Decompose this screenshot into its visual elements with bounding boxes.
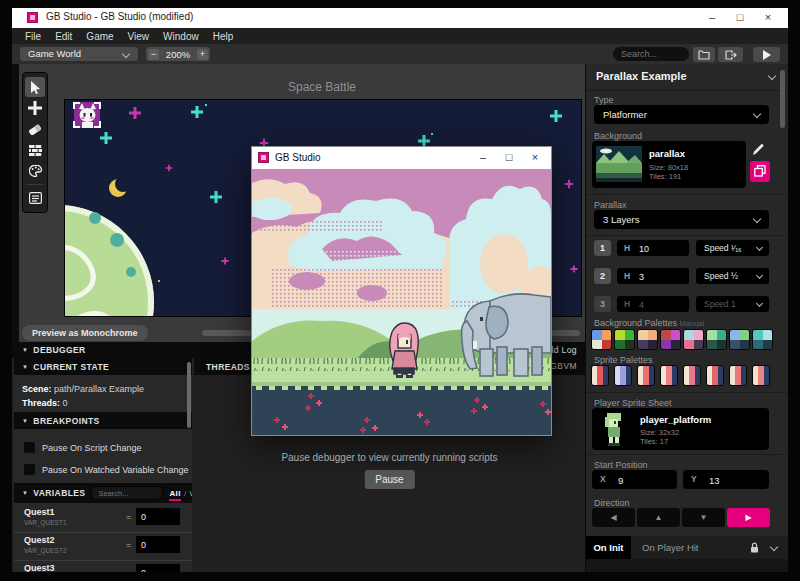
gbstudio-app-icon (27, 12, 38, 23)
scene-state: Scene: path/Parallax Example (22, 384, 144, 394)
layer-number-chip[interactable]: 2 (594, 268, 611, 284)
close-button[interactable]: × (523, 150, 547, 166)
scene-type-select[interactable]: Platformer (594, 105, 769, 124)
sprite-palette-swatch[interactable] (729, 365, 747, 386)
colorize-tool[interactable] (25, 161, 45, 181)
dialogue-review-tool[interactable] (25, 188, 45, 208)
layer-height-input[interactable] (637, 240, 689, 258)
view-mode-select[interactable]: Game World (20, 47, 138, 61)
menu-file[interactable]: File (18, 31, 48, 42)
export-button[interactable] (718, 47, 743, 62)
palettes-mode[interactable]: Manual (680, 319, 705, 328)
layer-number-chip[interactable]: 3 (594, 296, 611, 312)
sprite-palette-swatch[interactable] (660, 365, 678, 386)
play-icon (762, 50, 771, 60)
sprite-palettes-row (591, 365, 770, 386)
menu-edit[interactable]: Edit (48, 31, 79, 42)
variable-value-input[interactable] (136, 564, 180, 572)
direction-left-button[interactable]: ◀ (592, 508, 635, 527)
breakpoints-header[interactable]: ▼ BREAKPOINTS (14, 412, 192, 429)
checkbox[interactable] (24, 442, 35, 453)
chevron-down-icon[interactable] (770, 543, 778, 551)
sprite-palette-swatch[interactable] (637, 365, 655, 386)
debugger-message: Pause debugger to view currently running… (194, 452, 585, 463)
sprite-palette-swatch[interactable] (591, 365, 609, 386)
menu-window[interactable]: Window (156, 31, 206, 42)
game-viewport[interactable] (252, 169, 551, 435)
sprite-palette-swatch[interactable] (683, 365, 701, 386)
debugger-scrollbar[interactable] (187, 362, 191, 428)
variables-search-input[interactable] (91, 486, 163, 500)
layer-height-input[interactable] (637, 296, 689, 314)
sprite-palettes-label: Sprite Palettes (594, 355, 653, 365)
pause-on-script-change-row: Pause On Script Change (24, 442, 142, 453)
sprite-palette-swatch[interactable] (752, 365, 770, 386)
script-tabs-bar: On Init On Player Hit (586, 536, 788, 559)
sprite-palette-swatch[interactable] (614, 365, 632, 386)
variables-header[interactable]: ▼ VARIABLES All/Watched (14, 483, 192, 503)
maximize-button[interactable]: □ (497, 150, 521, 166)
minimize-button[interactable]: – (700, 10, 724, 26)
search-input[interactable] (613, 47, 689, 61)
background-palette-swatch[interactable] (706, 329, 727, 350)
checkbox[interactable] (24, 464, 35, 475)
player-sprite-tiles: Tiles: 17 (640, 437, 668, 446)
sprite-palette-swatch[interactable] (706, 365, 724, 386)
variable-value-input[interactable] (136, 508, 180, 525)
menu-game[interactable]: Game (79, 31, 120, 42)
game-preview-window[interactable]: GB Studio – □ × (251, 146, 552, 436)
color-mode-button[interactable] (750, 161, 770, 182)
layer-speed-select[interactable]: Speed ¹⁄₁₆ (696, 240, 769, 256)
layer-number-chip[interactable]: 1 (594, 240, 611, 256)
direction-right-button[interactable]: ▶ (727, 508, 770, 527)
background-palette-swatch[interactable] (729, 329, 750, 350)
tab-gbvm[interactable]: GBVM (550, 361, 577, 371)
background-card[interactable]: parallax Size: 80x18 Tiles: 191 (592, 141, 746, 188)
current-state-header[interactable]: ▼ CURRENT STATE (14, 358, 192, 375)
layer-height-field: H (617, 240, 689, 256)
tab-on-init[interactable]: On Init (586, 536, 631, 559)
background-palette-swatch[interactable] (637, 329, 658, 350)
filter-all[interactable]: All (169, 489, 180, 501)
run-button[interactable] (753, 47, 780, 62)
background-palette-swatch[interactable] (683, 329, 704, 350)
filter-watched[interactable]: Watched (190, 489, 193, 498)
select-tool[interactable] (25, 77, 45, 97)
tab-on-player-hit[interactable]: On Player Hit (642, 542, 699, 553)
preview-monochrome-button[interactable]: Preview as Monochrome (22, 325, 148, 341)
player-sprite-card[interactable]: player_platform Size: 32x32 Tiles: 17 (592, 408, 769, 450)
player-sprite-label: Player Sprite Sheet (594, 398, 672, 408)
layer-speed-select[interactable]: Speed ½ (696, 268, 769, 284)
layer-speed-select[interactable]: Speed 1 (696, 296, 769, 312)
game-window-titlebar[interactable]: GB Studio – □ × (252, 147, 551, 169)
sidebar-header[interactable]: Parallax Example (586, 64, 788, 91)
direction-down-button[interactable]: ▼ (682, 508, 725, 527)
eraser-tool[interactable] (25, 119, 45, 139)
open-project-button[interactable] (693, 47, 715, 62)
sidebar-scrollbar[interactable] (780, 70, 785, 128)
menu-help[interactable]: Help (206, 31, 241, 42)
scene-title[interactable]: Space Battle (64, 80, 580, 94)
divider (586, 235, 788, 236)
pause-button[interactable]: Pause (364, 470, 414, 489)
close-button[interactable]: × (756, 10, 780, 26)
edit-background-button[interactable] (751, 143, 767, 159)
parallax-select[interactable]: 3 Layers (594, 210, 769, 229)
background-palette-swatch[interactable] (660, 329, 681, 350)
zoom-in-button[interactable]: + (197, 49, 208, 60)
add-tool[interactable] (25, 98, 45, 118)
collisions-tool[interactable] (25, 140, 45, 160)
minimize-button[interactable]: – (471, 150, 495, 166)
variable-value-input[interactable] (136, 536, 180, 553)
zoom-out-button[interactable]: − (148, 49, 159, 60)
background-palette-swatch[interactable] (591, 329, 612, 350)
background-palette-swatch[interactable] (614, 329, 635, 350)
title-bar[interactable]: GB Studio - GB Studio (modified) – □ × (12, 8, 788, 28)
background-palette-swatch[interactable] (752, 329, 773, 350)
menu-view[interactable]: View (121, 31, 157, 42)
direction-up-button[interactable]: ▲ (637, 508, 680, 527)
start-x-input[interactable] (616, 470, 672, 491)
maximize-button[interactable]: □ (728, 10, 752, 26)
start-y-input[interactable] (707, 470, 763, 491)
layer-height-input[interactable] (637, 268, 689, 286)
